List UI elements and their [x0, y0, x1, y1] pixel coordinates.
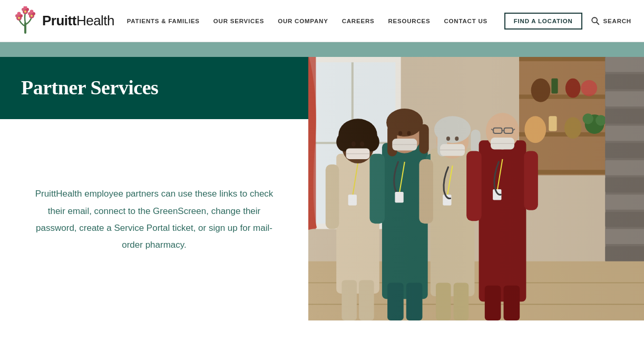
nav-resources[interactable]: RESOURCES: [383, 16, 435, 26]
hero-description-text: PruittHealth employee partners can use t…: [32, 186, 277, 254]
hero-description-area: PruittHealth employee partners can use t…: [0, 119, 308, 320]
nav-contact-us[interactable]: CONTACT US: [439, 16, 493, 26]
hero-section: Partner Services PruittHealth employee p…: [0, 57, 644, 320]
logo-text: PruittHealth: [42, 13, 114, 29]
main-nav: PATIENTS & FAMILIES OUR SERVICES OUR COM…: [122, 16, 493, 26]
nav-patients-families[interactable]: PATIENTS & FAMILIES: [122, 16, 205, 26]
svg-rect-118: [308, 57, 644, 320]
nav-careers[interactable]: CAREERS: [337, 16, 380, 26]
svg-point-14: [31, 15, 33, 17]
svg-point-15: [24, 11, 26, 13]
hero-image: [308, 57, 644, 320]
search-button[interactable]: SEARCH: [591, 16, 631, 26]
hero-title-area: Partner Services: [0, 57, 308, 119]
nav-our-services[interactable]: OUR SERVICES: [208, 16, 269, 26]
nav-our-company[interactable]: OUR COMPANY: [272, 16, 333, 26]
find-location-button[interactable]: FIND A LOCATION: [504, 13, 582, 30]
logo-icon: [13, 6, 38, 36]
search-icon: [591, 16, 600, 26]
svg-point-4: [17, 12, 21, 15]
search-label: SEARCH: [603, 18, 631, 24]
svg-point-8: [30, 9, 34, 13]
svg-point-13: [18, 17, 20, 19]
text-panel: Partner Services PruittHealth employee p…: [0, 57, 308, 320]
teal-accent-strip: [0, 42, 644, 57]
logo[interactable]: PruittHealth: [13, 6, 114, 36]
svg-line-17: [597, 22, 599, 24]
workers-scene-svg: [308, 57, 644, 320]
page-title: Partner Services: [21, 76, 287, 100]
site-header: PruittHealth PATIENTS & FAMILIES OUR SER…: [0, 0, 644, 42]
